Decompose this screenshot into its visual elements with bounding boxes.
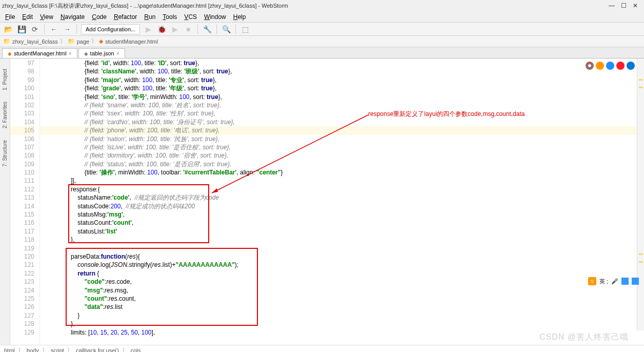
ime-widget: S 英 ; 🎤 [588, 277, 639, 285]
safari-icon[interactable] [606, 62, 614, 70]
code-line[interactable]: // {field: 'cardNo', width: 100, title: … [40, 118, 644, 126]
close-icon[interactable]: × [69, 51, 72, 56]
menu-refactor[interactable]: Refactor [111, 12, 140, 22]
scrollbar[interactable] [637, 58, 644, 330]
code-line[interactable]: return { [40, 269, 644, 278]
code-line[interactable]: } [40, 311, 644, 320]
code-line[interactable]: ]], [40, 177, 644, 185]
code-path-segment[interactable]: script [51, 347, 64, 353]
minimize-button[interactable]: — [609, 2, 615, 9]
chrome-icon[interactable] [586, 62, 594, 70]
run-config-dropdown[interactable]: Add Configuration... [81, 24, 140, 34]
tab-studentManager-html[interactable]: ◆studentManager.html× [2, 48, 77, 58]
menu-vcs[interactable]: VCS [181, 12, 200, 22]
maximize-button[interactable]: ☐ [621, 2, 627, 9]
code-line[interactable]: }, [40, 236, 644, 244]
menu-view[interactable]: View [37, 12, 56, 22]
code-line[interactable]: {field: 'grade', width: 100, title: '年级'… [40, 84, 644, 92]
code-path-segment[interactable]: callback for use() [76, 347, 119, 353]
back-icon[interactable]: ← [49, 24, 59, 34]
line-number: 111 [10, 177, 34, 185]
tools-icon[interactable]: 🔧 [202, 24, 212, 34]
title-bar: zhxy_layui_6class [F:\高校讲课\zhxy_layui_6c… [0, 0, 644, 11]
code-line[interactable]: response:{ [40, 185, 644, 193]
edge-icon[interactable] [627, 62, 635, 70]
code-path-segment[interactable]: body [27, 347, 39, 353]
debug-icon[interactable]: 🐞 [156, 24, 167, 34]
line-number: 113 [10, 193, 34, 202]
structure-icon[interactable]: ⬚ [240, 24, 250, 34]
editor-area: 1: Project2: Favorites7: Structure 97989… [0, 58, 644, 345]
close-icon[interactable]: × [116, 51, 119, 56]
code-line[interactable]: // {field: 'isLive', width: 100, title: … [40, 143, 644, 151]
code-line[interactable]: // {field: 'sname', width: 100, title: '… [40, 101, 644, 109]
code-line[interactable]: // {field: 'dormitory', width: 100, titl… [40, 151, 644, 160]
code-line[interactable]: statusMsg:'msg', [40, 210, 644, 219]
code-line[interactable]: {field: 'className', width: 100, title: … [40, 67, 644, 75]
code-line[interactable]: statusList:'list' [40, 227, 644, 236]
close-button[interactable]: ✕ [633, 2, 638, 9]
menu-navigate[interactable]: Navigate [57, 12, 88, 22]
menu-file[interactable]: File [2, 12, 18, 22]
tool-panel-structure[interactable]: 7: Structure [2, 137, 8, 170]
menu-window[interactable]: Window [201, 12, 229, 22]
line-number: 98 [10, 67, 34, 75]
breadcrumb-file[interactable]: studentManager.html [105, 38, 158, 45]
opera-icon[interactable] [616, 62, 625, 70]
code-line[interactable]: console.log(JSON.stringify(res.list)+"AA… [40, 261, 644, 269]
ime-settings-icon[interactable] [632, 278, 639, 285]
code-line[interactable]: // {field: 'ssex', width: 100, title: '性… [40, 109, 644, 118]
code-line[interactable]: {field: 'id', width: 100, title: 'ID', s… [40, 59, 644, 67]
coverage-icon[interactable]: ▶ [170, 24, 180, 34]
code-line[interactable]: statusCode:200, //规定成功的状态码味200 [40, 202, 644, 210]
code-path-segment[interactable]: html [4, 347, 15, 353]
menu-help[interactable]: Help [230, 12, 249, 22]
tool-panel-project[interactable]: 1: Project [2, 66, 8, 93]
code-line[interactable]: parseData:function(res){ [40, 252, 644, 261]
ime-mic-icon[interactable]: 🎤 [611, 278, 618, 285]
code-path-segment[interactable]: cols [131, 347, 141, 353]
menu-run[interactable]: Run [141, 12, 158, 22]
code-line[interactable]: // {field: 'phone', width: 100, title: '… [40, 126, 644, 134]
code-line[interactable]: statusCount:'count', [40, 219, 644, 227]
folder-icon: 📁 [68, 38, 75, 45]
chevron-right-icon: 〉 [122, 346, 128, 352]
ime-keyboard-icon[interactable] [621, 278, 629, 285]
code-line[interactable]: "count":res.count, [40, 295, 644, 303]
firefox-icon[interactable] [596, 62, 604, 70]
stop-icon[interactable]: ■ [183, 24, 193, 34]
run-icon[interactable]: ▶ [143, 24, 153, 34]
line-number: 105 [10, 126, 34, 134]
chevron-right-icon: 〉 [91, 37, 97, 45]
sogou-icon[interactable]: S [588, 277, 596, 285]
code-line[interactable]: "code":res.code, [40, 278, 644, 286]
html-icon: ◆ [99, 38, 103, 45]
code-line[interactable] [40, 244, 644, 252]
code-editor[interactable]: {field: 'id', width: 100, title: 'ID', s… [40, 58, 644, 345]
menu-tools[interactable]: Tools [159, 12, 180, 22]
tool-panel-favorites[interactable]: 2: Favorites [2, 99, 8, 131]
code-line[interactable]: // {field: 'status', width: 100, title: … [40, 160, 644, 168]
code-line[interactable]: {field: 'sno', title: '学号', minWidth: 10… [40, 93, 644, 101]
breadcrumb-project[interactable]: zhxy_layui_6class [12, 38, 58, 45]
code-line[interactable]: {title: '操作', minWidth: 100, toolbar: '#… [40, 168, 644, 177]
code-line[interactable]: {field: 'major', width: 100, title: '专业'… [40, 76, 644, 84]
breadcrumb-folder[interactable]: page [77, 38, 89, 45]
line-number: 104 [10, 118, 34, 126]
ime-lang[interactable]: 英 ; [599, 278, 608, 285]
code-line[interactable]: "msg":res.msg, [40, 286, 644, 295]
save-icon[interactable]: 💾 [16, 24, 27, 34]
open-icon[interactable]: 📂 [3, 24, 13, 34]
code-line[interactable]: }, [40, 320, 644, 328]
code-line[interactable]: statusName:'code', //规定返回的状态码字段为code [40, 193, 644, 202]
menu-bar: FileEditViewNavigateCodeRefactorRunTools… [0, 11, 644, 23]
code-line[interactable]: // {field: 'nation', width: 100, title: … [40, 135, 644, 143]
refresh-icon[interactable]: ⟳ [30, 24, 40, 34]
forward-icon[interactable]: → [62, 24, 72, 34]
code-breadcrumb: html〉body〉script〉callback for use()〉cols [0, 345, 644, 352]
code-line[interactable]: "data":res.list [40, 303, 644, 311]
search-icon[interactable]: 🔍 [221, 24, 231, 34]
menu-edit[interactable]: Edit [19, 12, 36, 22]
menu-code[interactable]: Code [89, 12, 110, 22]
tab-table-json[interactable]: ◆table.json× [78, 48, 125, 58]
